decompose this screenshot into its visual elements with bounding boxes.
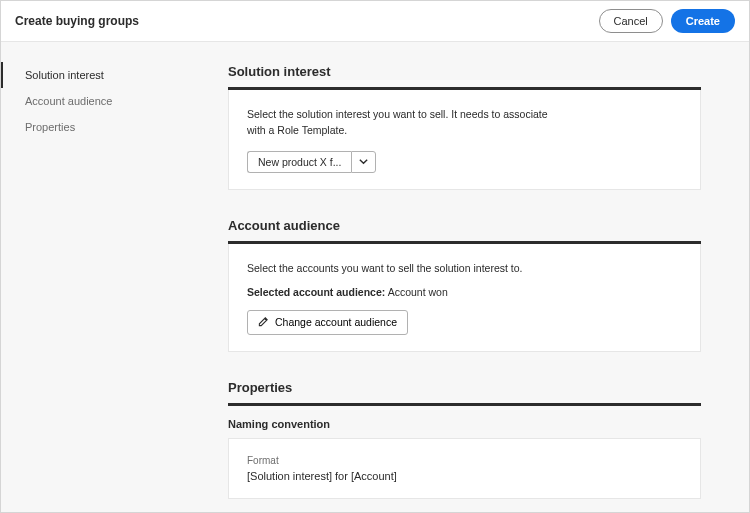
main-content: Solution interest Select the solution in… [196, 42, 749, 512]
section-solution-interest: Solution interest Select the solution in… [228, 64, 701, 190]
chevron-down-icon[interactable] [351, 151, 376, 173]
naming-convention-heading: Naming convention [228, 418, 701, 430]
header-actions: Cancel Create [599, 9, 736, 33]
selected-account-audience: Selected account audience: Account won [247, 286, 682, 298]
section-account-audience: Account audience Select the accounts you… [228, 218, 701, 352]
selected-label: Selected account audience: [247, 286, 385, 298]
app-window: Create buying groups Cancel Create Solut… [0, 0, 750, 513]
section-properties: Properties Naming convention Format [Sol… [228, 380, 701, 499]
section-title: Properties [228, 380, 701, 395]
sidebar-item-label: Solution interest [25, 69, 104, 81]
sidebar: Solution interest Account audience Prope… [1, 42, 196, 512]
body: Solution interest Account audience Prope… [1, 42, 749, 512]
sidebar-item-label: Account audience [25, 95, 112, 107]
sidebar-item-solution-interest[interactable]: Solution interest [1, 62, 196, 88]
page-title: Create buying groups [15, 14, 139, 28]
header: Create buying groups Cancel Create [1, 1, 749, 42]
sidebar-item-label: Properties [25, 121, 75, 133]
change-button-label: Change account audience [275, 316, 397, 328]
format-value: [Solution interest] for [Account] [247, 470, 682, 482]
pencil-icon [258, 316, 269, 329]
dropdown-value: New product X f... [247, 151, 351, 173]
solution-interest-dropdown[interactable]: New product X f... [247, 151, 376, 173]
section-rule [228, 403, 701, 406]
create-button[interactable]: Create [671, 9, 735, 33]
solution-panel: Select the solution interest you want to… [228, 90, 701, 190]
audience-panel: Select the accounts you want to sell the… [228, 244, 701, 352]
solution-helper-text: Select the solution interest you want to… [247, 106, 557, 139]
section-title: Account audience [228, 218, 701, 233]
change-account-audience-button[interactable]: Change account audience [247, 310, 408, 335]
selected-value: Account won [388, 286, 448, 298]
sidebar-item-account-audience[interactable]: Account audience [1, 88, 196, 114]
sidebar-item-properties[interactable]: Properties [1, 114, 196, 140]
format-label: Format [247, 455, 682, 466]
cancel-button[interactable]: Cancel [599, 9, 663, 33]
properties-panel: Format [Solution interest] for [Account] [228, 438, 701, 499]
section-title: Solution interest [228, 64, 701, 79]
audience-helper-text: Select the accounts you want to sell the… [247, 260, 557, 276]
